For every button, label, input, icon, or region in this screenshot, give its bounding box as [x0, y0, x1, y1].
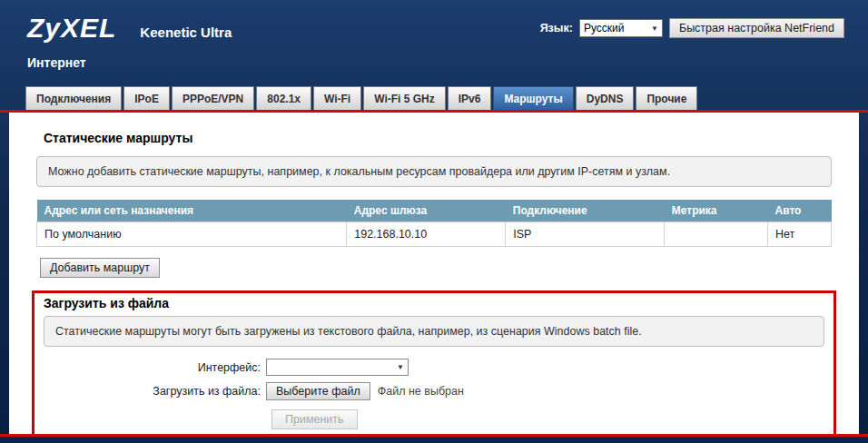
load-from-file-heading: Загрузить из файла	[44, 296, 826, 310]
interface-select[interactable]: ▼	[266, 359, 409, 376]
tab-8021x[interactable]: 802.1x	[256, 86, 311, 110]
column-header-destination: Адрес или сеть назначения	[37, 200, 347, 222]
cell-auto: Нет	[768, 222, 832, 247]
tab-routes[interactable]: Маршруты	[493, 86, 573, 110]
netfriend-button[interactable]: Быстрая настройка NetFriend	[669, 18, 844, 38]
chevron-down-icon: ▼	[397, 363, 404, 371]
tab-wifi[interactable]: Wi-Fi	[313, 86, 361, 110]
zyxel-logo: ZyXEL	[27, 13, 116, 44]
load-from-file-section: Загрузить из файла Статические маршруты …	[32, 290, 836, 434]
tab-wifi-5ghz[interactable]: Wi-Fi 5 GHz	[363, 86, 446, 110]
tab-ipoe[interactable]: IPoE	[123, 86, 170, 110]
static-routes-info: Можно добавить статические маршруты, нап…	[36, 156, 832, 187]
apply-button[interactable]: Применить	[271, 409, 358, 429]
routes-table: Адрес или сеть назначения Адрес шлюза По…	[36, 200, 832, 247]
header-controls: Язык: Русский ▼ Быстрая настройка NetFri…	[540, 18, 844, 38]
load-from-file-info: Статические маршруты могут быть загружен…	[44, 316, 824, 347]
file-status-text: Файл не выбран	[378, 385, 464, 398]
table-row[interactable]: По умолчанию 192.168.10.10 ISP Нет	[37, 222, 832, 247]
tab-connections[interactable]: Подключения	[25, 86, 122, 110]
routes-table-header-row: Адрес или сеть назначения Адрес шлюза По…	[37, 200, 832, 222]
page-title: Интернет	[0, 47, 868, 74]
brand: ZyXEL Keenetic Ultra	[27, 13, 232, 44]
cell-metric	[665, 222, 768, 247]
cell-gateway: 192.168.10.10	[347, 222, 506, 247]
column-header-metric: Метрика	[665, 200, 768, 222]
add-route-button[interactable]: Добавить маршрут	[40, 258, 160, 278]
content-area: Статические маршруты Можно добавить стат…	[9, 113, 859, 434]
apply-row: Применить	[42, 409, 826, 429]
router-admin-page: ZyXEL Keenetic Ultra Язык: Русский ▼ Быс…	[0, 0, 868, 443]
tab-ipv6[interactable]: IPv6	[448, 86, 492, 110]
column-header-gateway: Адрес шлюза	[347, 200, 506, 222]
header: ZyXEL Keenetic Ultra Язык: Русский ▼ Быс…	[0, 0, 868, 47]
choose-file-button[interactable]: Выберите файл	[266, 382, 370, 400]
static-routes-heading: Статические маршруты	[44, 131, 832, 145]
bottom-strip	[0, 437, 868, 443]
tab-dydns[interactable]: DyDNS	[576, 86, 635, 110]
interface-label: Интерфейс:	[42, 361, 266, 374]
language-select[interactable]: Русский ▼	[579, 19, 663, 37]
chevron-down-icon: ▼	[651, 25, 658, 33]
file-label: Загрузить из файла:	[42, 385, 266, 398]
language-label: Язык:	[540, 22, 573, 34]
tab-bar: Подключения IPoE PPPoE/VPN 802.1x Wi-Fi …	[0, 74, 868, 110]
file-row: Загрузить из файла: Выберите файл Файл н…	[42, 382, 826, 400]
model-name: Keenetic Ultra	[140, 25, 232, 40]
interface-row: Интерфейс: ▼	[42, 359, 826, 376]
cell-connection: ISP	[506, 222, 665, 247]
language-selected-value: Русский	[584, 22, 625, 34]
tab-pppoe-vpn[interactable]: PPPoE/VPN	[172, 86, 254, 110]
tab-other[interactable]: Прочие	[636, 86, 697, 110]
cell-destination: По умолчанию	[37, 222, 347, 247]
column-header-auto: Авто	[768, 200, 832, 222]
column-header-connection: Подключение	[506, 200, 665, 222]
